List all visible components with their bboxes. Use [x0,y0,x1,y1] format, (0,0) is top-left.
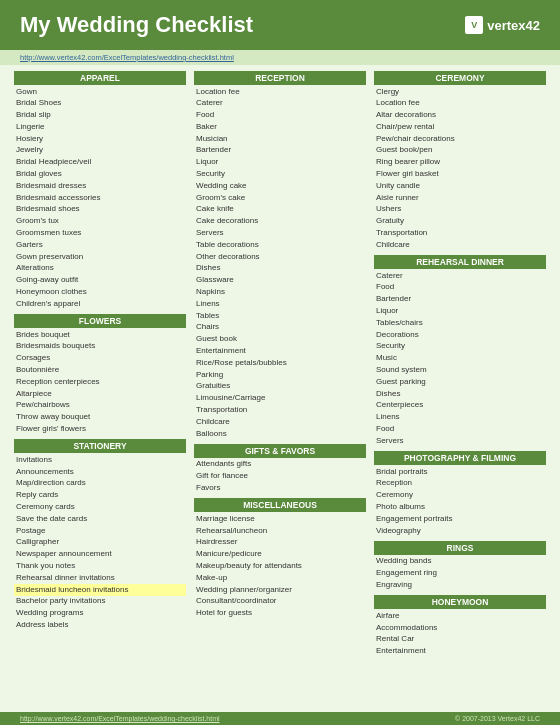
list-item: Hairdresser [194,537,366,549]
page: My Wedding Checklist V vertex42 http://w… [0,0,560,725]
list-item: Accommodations [374,622,546,634]
list-item: Decorations [374,329,546,341]
list-item: Reply cards [14,490,186,502]
list-item: Wedding bands [374,556,546,568]
list-item: Groom's cake [194,192,366,204]
list-item: Attendants gifts [194,459,366,471]
section-header-flowers: FLOWERS [14,314,186,328]
list-item: Bartender [194,145,366,157]
list-item: Flower girls' flowers [14,424,186,436]
list-item: Security [374,341,546,353]
list-item: Cake knife [194,204,366,216]
list-item: Childcare [374,239,546,251]
list-item: Thank you notes [14,560,186,572]
list-item: Dishes [374,388,546,400]
list-item: Ushers [374,204,546,216]
logo: V vertex42 [465,16,540,34]
list-item: Groomsmen tuxes [14,228,186,240]
list-item: Chairs [194,322,366,334]
list-item: Music [374,353,546,365]
header-url: http://www.vertex42.com/ExcelTemplates/w… [0,50,560,65]
list-item: Aisle runner [374,192,546,204]
list-item: Wedding programs [14,608,186,620]
list-item: Transportation [194,405,366,417]
header: My Wedding Checklist V vertex42 [0,0,560,50]
list-item: Rehearsal/luncheon [194,525,366,537]
list-item: Entertainment [374,646,546,658]
list-item: Linens [374,412,546,424]
list-item: Flower girl basket [374,169,546,181]
list-item: Wedding planner/organizer [194,584,366,596]
section-header-rehearsal-dinner: REHEARSAL DINNER [374,255,546,269]
list-item: Bridal gloves [14,169,186,181]
list-item: Parking [194,369,366,381]
list-item: Bartender [374,294,546,306]
list-item: Location fee [374,98,546,110]
list-item: Ceremony [374,490,546,502]
list-item: Pew/chairbows [14,400,186,412]
column-0: APPARELGownBridal ShoesBridal slipLinger… [10,71,190,706]
list-item: Groom's tux [14,216,186,228]
list-item: Reception centerpieces [14,376,186,388]
list-item: Gratuity [374,216,546,228]
list-item: Altarpiece [14,388,186,400]
section-header-rings: RINGS [374,541,546,555]
list-item: Servers [194,228,366,240]
list-item: Bridal portraits [374,466,546,478]
list-item: Garters [14,239,186,251]
list-item: Centerpieces [374,400,546,412]
list-item: Napkins [194,287,366,299]
list-item: Engagement portraits [374,513,546,525]
list-item: Ring bearer pillow [374,157,546,169]
page-title: My Wedding Checklist [20,12,253,38]
list-item: Glassware [194,275,366,287]
list-item: Airfare [374,610,546,622]
list-item: Address labels [14,619,186,631]
list-item: Corsages [14,353,186,365]
section-header-stationery: STATIONERY [14,439,186,453]
list-item: Bridesmaid shoes [14,204,186,216]
section-header-photography---filming: PHOTOGRAPHY & FILMING [374,451,546,465]
list-item: Ceremony cards [14,502,186,514]
column-1: RECEPTIONLocation feeCatererFoodBakerMus… [190,71,370,706]
logo-text: vertex42 [487,18,540,33]
list-item: Childcare [194,416,366,428]
list-item: Postage [14,525,186,537]
list-item: Rehearsal dinner invitations [14,572,186,584]
list-item: Altar decorations [374,110,546,122]
list-item: Clergy [374,86,546,98]
list-item: Linens [194,298,366,310]
list-item: Musician [194,133,366,145]
list-item: Liquor [194,157,366,169]
list-item: Bridal slip [14,110,186,122]
list-item: Balloons [194,428,366,440]
list-item: Liquor [374,306,546,318]
list-item: Announcements [14,466,186,478]
footer: http://www.vertex42.com/ExcelTemplates/w… [0,712,560,725]
list-item: Gown preservation [14,251,186,263]
list-item: Unity candle [374,180,546,192]
list-item: Sound system [374,365,546,377]
section-header-gifts---favors: GIFTS & FAVORS [194,444,366,458]
vertex-text: vertex42 [487,18,540,33]
section-header-miscellaneous: MISCELLANEOUS [194,498,366,512]
list-item: Food [374,424,546,436]
list-item: Bridesmaids bouquets [14,341,186,353]
list-item: Jewelry [14,145,186,157]
list-item: Make-up [194,572,366,584]
list-item: Caterer [194,98,366,110]
list-item: Food [374,282,546,294]
list-item: Manicure/pedicure [194,549,366,561]
list-item: Limousine/Carriage [194,393,366,405]
list-item: Calligrapher [14,537,186,549]
list-item: Favors [194,483,366,495]
list-item: Tables/chairs [374,317,546,329]
list-item: Brides bouquet [14,329,186,341]
column-2: CEREMONYClergyLocation feeAltar decorati… [370,71,550,706]
list-item: Consultant/coordinator [194,596,366,608]
footer-copyright: © 2007-2013 Vertex42 LLC [455,715,540,722]
footer-url: http://www.vertex42.com/ExcelTemplates/w… [20,715,220,722]
list-item: Tables [194,310,366,322]
list-item: Guest book [194,334,366,346]
list-item: Guest book/pen [374,145,546,157]
